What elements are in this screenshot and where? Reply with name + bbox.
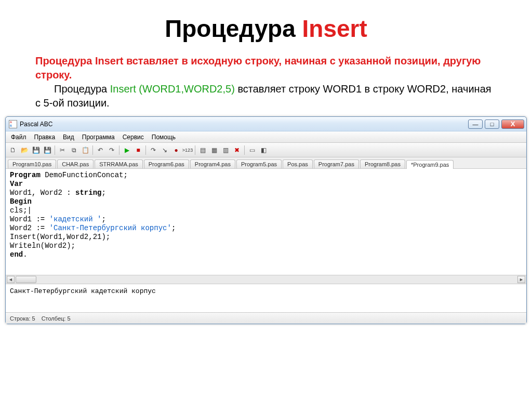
paste-icon[interactable]: 📋	[80, 145, 90, 155]
hscrollbar[interactable]: ◄ ►	[6, 275, 526, 284]
copy-icon[interactable]: ⧉	[69, 145, 79, 155]
title-red: Insert	[302, 15, 367, 42]
undo-icon[interactable]: ↶	[95, 145, 105, 155]
redo-icon[interactable]: ↷	[107, 145, 117, 155]
tab-4[interactable]: Program4.pas	[190, 159, 235, 168]
watch-icon[interactable]: >123	[182, 145, 193, 155]
breakpoint-icon[interactable]: ●	[171, 145, 181, 155]
new-icon[interactable]: 🗋	[8, 145, 18, 155]
tab-0[interactable]: Program10.pas	[8, 159, 56, 168]
tool-b-icon[interactable]: ▦	[209, 145, 219, 155]
tool-a-icon[interactable]: ▤	[197, 145, 208, 155]
tab-1[interactable]: CHAR.pas	[57, 159, 94, 168]
statusbar: Строка: 5 Столбец: 5	[6, 313, 526, 324]
menu-view[interactable]: Вид	[60, 132, 77, 142]
stop-icon[interactable]: ■	[133, 145, 143, 155]
titlebar[interactable]: ABC Pascal ABC — □ X	[6, 117, 526, 131]
tab-5[interactable]: Program5.pas	[236, 159, 282, 168]
toolbar: 🗋 📂 💾 💾 ✂ ⧉ 📋 ↶ ↷ ▶ ■ ↷ ↘ ● >123 ▤ ▦ ▥ ✖…	[6, 143, 526, 157]
designer-icon[interactable]: ◧	[258, 145, 269, 155]
close-button[interactable]: X	[501, 119, 524, 129]
run-icon[interactable]: ▶	[122, 145, 132, 155]
status-line: Строка: 5	[10, 315, 35, 322]
form-icon[interactable]: ▭	[247, 145, 257, 155]
save-icon[interactable]: 💾	[31, 145, 41, 155]
menu-program[interactable]: Программа	[79, 132, 118, 142]
menu-file[interactable]: Файл	[8, 132, 30, 142]
status-col: Столбец: 5	[42, 315, 71, 322]
menubar: Файл Правка Вид Программа Сервис Помощь	[6, 131, 526, 143]
menu-edit[interactable]: Правка	[31, 132, 59, 142]
tabbar: Program10.pas CHAR.pas STRRAMA.pas Progr…	[6, 157, 526, 169]
minimize-button[interactable]: —	[468, 119, 483, 129]
tab-6[interactable]: Pos.pas	[283, 159, 313, 168]
tab-9[interactable]: *Program9.pas	[406, 160, 454, 169]
ide-window: ABC Pascal ABC — □ X Файл Правка Вид Про…	[5, 116, 527, 324]
open-icon[interactable]: 📂	[19, 145, 30, 155]
slide-title: Процедура Insert	[0, 0, 532, 54]
menu-service[interactable]: Сервис	[119, 132, 147, 142]
slide-description: Процедура Insert вставляет в исходную ст…	[0, 54, 532, 116]
tab-8[interactable]: Program8.pas	[360, 159, 405, 168]
output-pane[interactable]: Санкт-Петербургский кадетский корпус	[6, 284, 526, 313]
desc-proc: Insert (WORD1,WORD2,5)	[110, 83, 235, 95]
cut-icon[interactable]: ✂	[57, 145, 68, 155]
desc-rest1: Процедура	[54, 83, 110, 95]
app-icon: ABC	[9, 120, 17, 128]
tab-3[interactable]: Program6.pas	[144, 159, 189, 168]
code-editor[interactable]: Program DemoFunctionConcat; Var Word1, W…	[6, 169, 526, 275]
title-black: Процедура	[165, 15, 302, 42]
scroll-right-icon[interactable]: ►	[517, 276, 525, 283]
scroll-left-icon[interactable]: ◄	[7, 276, 15, 283]
desc-lead: Процедура Insert вставляет в исходную ст…	[35, 55, 481, 81]
menu-help[interactable]: Помощь	[149, 132, 179, 142]
tool-c-icon[interactable]: ▥	[220, 145, 231, 155]
stepover-icon[interactable]: ↷	[148, 145, 158, 155]
window-title: Pascal ABC	[20, 121, 52, 128]
tab-7[interactable]: Program7.pas	[314, 159, 359, 168]
tool-d-icon[interactable]: ✖	[232, 145, 242, 155]
output-text: Санкт-Петербургский кадетский корпус	[10, 287, 156, 295]
stepinto-icon[interactable]: ↘	[159, 145, 170, 155]
tab-2[interactable]: STRRAMA.pas	[95, 159, 143, 168]
saveall-icon[interactable]: 💾	[42, 145, 52, 155]
maximize-button[interactable]: □	[485, 119, 499, 129]
scroll-thumb[interactable]	[16, 276, 36, 283]
